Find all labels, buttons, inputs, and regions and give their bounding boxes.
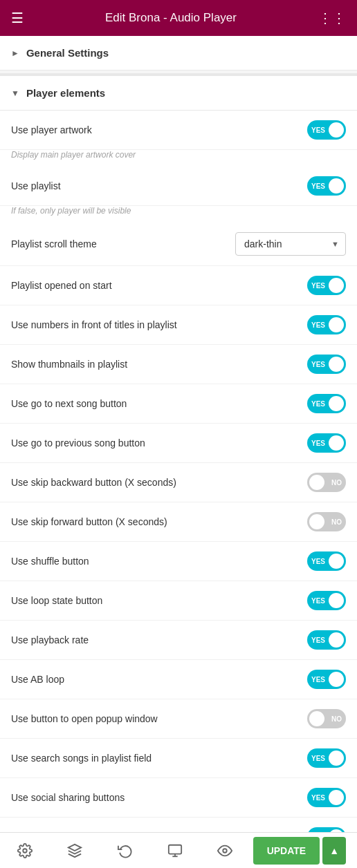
use-numbers-in-front-label: Use numbers in front of titles in playli…	[11, 319, 307, 330]
show-thumbnails-label: Show thumbnails in playlist	[11, 359, 307, 370]
use-ab-loop-label: Use AB loop	[11, 674, 307, 685]
app-header: ☰ Edit Brona - Audio Player ⋮⋮	[0, 0, 357, 36]
general-settings-title: General Settings	[26, 47, 109, 59]
use-skip-backward-toggle[interactable]: NO	[307, 473, 346, 492]
use-player-artwork-toggle[interactable]: YES	[307, 120, 346, 140]
use-skip-forward-label: Use skip forward button (X seconds)	[11, 516, 307, 527]
eye-icon[interactable]	[200, 833, 250, 868]
use-loop-state-button-row: Use loop state button YES	[0, 581, 357, 621]
use-go-to-prev-song-toggle[interactable]: YES	[307, 433, 346, 453]
toggle-no-label: NO	[331, 715, 342, 723]
toggle-yes-label: YES	[311, 126, 325, 134]
use-playback-rate-row: Use playback rate YES	[0, 621, 357, 660]
use-playback-rate-label: Use playback rate	[11, 634, 307, 645]
toggle-yes-label: YES	[311, 558, 325, 565]
use-playlist-row: Use playlist YES	[0, 167, 357, 206]
use-go-to-next-song-toggle[interactable]: YES	[307, 394, 346, 413]
use-player-artwork-label: Use player artwork	[11, 124, 307, 135]
bottom-bar: UPDATE ▲	[0, 832, 357, 868]
toggle-yes-label: YES	[311, 636, 325, 644]
update-arrow-button[interactable]: ▲	[322, 837, 346, 865]
toggle-yes-label: YES	[311, 440, 325, 447]
toggle-yes-label: YES	[311, 597, 325, 605]
playlist-opened-on-start-toggle[interactable]: YES	[307, 276, 346, 295]
toggle-yes-label: YES	[311, 676, 325, 683]
use-go-to-prev-song-row: Use go to previous song button YES	[0, 424, 357, 463]
svg-marker-1	[68, 844, 81, 850]
page-title: Edit Brona - Audio Player	[105, 11, 237, 25]
player-elements-title: Player elements	[26, 87, 105, 99]
playlist-scroll-theme-select-wrapper: dark-thin light-thin dark-thick light-th…	[235, 232, 346, 256]
use-skip-forward-row: Use skip forward button (X seconds) NO	[0, 502, 357, 542]
use-search-songs-row: Use search songs in playlist field YES	[0, 739, 357, 778]
use-loop-state-button-label: Use loop state button	[11, 595, 307, 606]
playlist-opened-on-start-label: Playlist opened on start	[11, 280, 307, 291]
use-button-popup-label: Use button to open popup window	[11, 713, 307, 724]
toggle-yes-label: YES	[311, 400, 325, 408]
settings-icon[interactable]	[0, 833, 50, 868]
monitor-icon[interactable]	[150, 833, 200, 868]
toggle-yes-label: YES	[311, 361, 325, 368]
use-ab-loop-row: Use AB loop YES	[0, 660, 357, 699]
use-skip-backward-row: Use skip backward button (X seconds) NO	[0, 463, 357, 502]
layers-icon[interactable]	[50, 833, 100, 868]
use-loop-state-button-toggle[interactable]: YES	[307, 591, 346, 610]
use-go-to-prev-song-label: Use go to previous song button	[11, 437, 307, 449]
use-social-sharing-toggle[interactable]: YES	[307, 788, 346, 807]
svg-point-5	[223, 849, 228, 853]
use-social-sharing-row: Use social sharing buttons YES	[0, 778, 357, 818]
playlist-opened-on-start-row: Playlist opened on start YES	[0, 266, 357, 305]
update-button-group: UPDATE ▲	[250, 837, 357, 865]
use-social-sharing-label: Use social sharing buttons	[11, 792, 307, 803]
hamburger-icon[interactable]: ☰	[11, 10, 24, 26]
use-skip-forward-toggle[interactable]: NO	[307, 512, 346, 531]
update-button[interactable]: UPDATE	[253, 837, 320, 865]
use-shuffle-button-row: Use shuffle button YES	[0, 542, 357, 581]
toggle-yes-label: YES	[311, 182, 325, 190]
use-search-songs-label: Use search songs in playlist field	[11, 753, 307, 764]
player-elements-arrow: ▼	[11, 88, 19, 98]
use-go-to-next-song-label: Use go to next song button	[11, 398, 307, 409]
grid-icon[interactable]: ⋮⋮	[318, 10, 346, 26]
playlist-scroll-theme-row: Playlist scroll theme dark-thin light-th…	[0, 223, 357, 266]
use-go-to-next-song-row: Use go to next song button YES	[0, 384, 357, 424]
general-settings-header[interactable]: ► General Settings	[0, 36, 357, 70]
use-playlist-sublabel: If false, only player will be visible	[0, 206, 357, 223]
use-ab-loop-toggle[interactable]: YES	[307, 670, 346, 689]
general-settings-section: ► General Settings	[0, 36, 357, 70]
toggle-yes-label: YES	[311, 755, 325, 762]
use-playlist-toggle[interactable]: YES	[307, 176, 346, 196]
playlist-scroll-theme-label: Playlist scroll theme	[11, 238, 235, 249]
player-elements-section: ▼ Player elements Use player artwork YES…	[0, 76, 357, 868]
toggle-no-label: NO	[331, 518, 342, 526]
history-icon[interactable]	[100, 833, 150, 868]
use-button-popup-row: Use button to open popup window NO	[0, 699, 357, 739]
use-numbers-in-front-toggle[interactable]: YES	[307, 315, 346, 334]
toggle-yes-label: YES	[311, 282, 325, 290]
show-thumbnails-toggle[interactable]: YES	[307, 355, 346, 374]
use-shuffle-button-toggle[interactable]: YES	[307, 551, 346, 571]
svg-point-0	[23, 849, 27, 853]
use-player-artwork-sublabel: Display main player artwork cover	[0, 150, 357, 167]
playlist-scroll-theme-select[interactable]: dark-thin light-thin dark-thick light-th…	[235, 232, 346, 256]
use-player-artwork-row: Use player artwork YES	[0, 111, 357, 150]
use-search-songs-toggle[interactable]: YES	[307, 748, 346, 768]
svg-rect-2	[169, 845, 181, 853]
general-settings-arrow: ►	[11, 48, 19, 58]
use-playback-rate-toggle[interactable]: YES	[307, 630, 346, 650]
toggle-no-label: NO	[331, 479, 342, 487]
use-skip-backward-label: Use skip backward button (X seconds)	[11, 477, 307, 488]
use-shuffle-button-label: Use shuffle button	[11, 556, 307, 567]
player-elements-header[interactable]: ▼ Player elements	[0, 76, 357, 111]
toggle-yes-label: YES	[311, 321, 325, 329]
show-thumbnails-row: Show thumbnails in playlist YES	[0, 345, 357, 384]
toggle-yes-label: YES	[311, 794, 325, 802]
use-button-popup-toggle[interactable]: NO	[307, 709, 346, 728]
use-numbers-in-front-row: Use numbers in front of titles in playli…	[0, 305, 357, 345]
use-playlist-label: Use playlist	[11, 180, 307, 191]
